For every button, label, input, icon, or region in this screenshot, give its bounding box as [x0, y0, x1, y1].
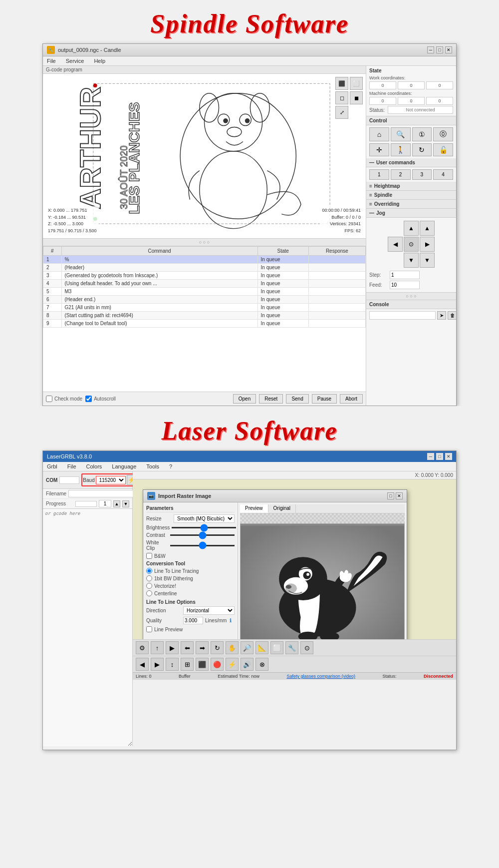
canvas-top-view-btn[interactable]: ⬛ — [335, 77, 348, 90]
quality-input[interactable] — [183, 617, 203, 624]
line-preview-checkbox[interactable] — [146, 626, 152, 632]
jog-z-down-btn[interactable]: ▼ — [420, 253, 435, 268]
progress-input[interactable] — [99, 500, 111, 507]
spindle-menu-help[interactable]: Help — [92, 57, 107, 64]
laser-tb-9[interactable]: 📐 — [255, 641, 268, 654]
ucmd-3-btn[interactable]: 3 — [412, 169, 432, 180]
progress-down-btn[interactable]: ▼ — [122, 500, 129, 507]
safety-link[interactable]: Safety glasses comparison (video) — [286, 674, 355, 679]
jog-z-up-btn[interactable]: ▲ — [420, 221, 435, 236]
table-row[interactable]: 8 (Start cutting path id: rect4694) In q… — [43, 312, 366, 320]
spindle-menu-file[interactable]: File — [45, 57, 58, 64]
table-row[interactable]: 2 (Header) In queue — [43, 264, 366, 272]
spindle-minimize-btn[interactable]: ─ — [427, 46, 434, 53]
resize-select[interactable]: Smooth (MQ Bicubic) — [174, 514, 235, 523]
canvas-front-view-btn[interactable]: ⬜ — [350, 77, 363, 90]
laser-tb-7[interactable]: ✋ — [226, 641, 239, 654]
whiteclip-slider[interactable] — [170, 545, 235, 546]
laser-close-btn[interactable]: ✕ — [445, 453, 452, 460]
com-input[interactable] — [59, 476, 79, 484]
heightmap-header[interactable]: ≡ Heightmap — [366, 182, 456, 191]
ctrl-cross-btn[interactable]: ✛ — [369, 143, 389, 156]
ctrl-zero1-btn[interactable]: ① — [412, 127, 432, 141]
table-row[interactable]: 9 (Change tool to Default tool) In queue — [43, 320, 366, 328]
laser-tb-r2-1[interactable]: ◀ — [136, 658, 149, 671]
radio-centerline[interactable] — [146, 590, 152, 596]
laser-menu-help[interactable]: ? — [167, 463, 174, 470]
laser-tb-r2-2[interactable]: ▶ — [151, 658, 164, 671]
overriding-header[interactable]: ≡ Overriding — [366, 200, 456, 209]
baw-checkbox[interactable] — [146, 553, 152, 559]
console-header[interactable]: Console — [366, 300, 456, 309]
jog-stop-btn[interactable]: ⊙ — [404, 237, 419, 252]
table-row[interactable]: 6 (Header end.) In queue — [43, 296, 366, 304]
spindle-section-header[interactable]: ≡ Spindle — [366, 191, 456, 200]
spindle-close-btn[interactable]: ✕ — [445, 46, 452, 53]
ctrl-zero2-btn[interactable]: ⓪ — [433, 127, 453, 141]
direction-select[interactable]: Horizontal — [183, 606, 235, 615]
spindle-maximize-btn[interactable]: □ — [436, 46, 443, 53]
laser-tb-r2-8[interactable]: 🔊 — [241, 658, 253, 671]
laser-minimize-btn[interactable]: ─ — [427, 453, 434, 460]
gcode-textarea[interactable] — [43, 508, 132, 746]
pause-btn[interactable]: Pause — [312, 394, 337, 404]
jog-left-btn[interactable]: ◀ — [388, 237, 403, 252]
ucmd-2-btn[interactable]: 2 — [391, 169, 411, 180]
laser-tb-12[interactable]: ⊙ — [300, 641, 313, 654]
jog-up-btn[interactable]: ▲ — [404, 221, 419, 236]
laser-tb-6[interactable]: ↻ — [211, 641, 224, 654]
filename-input[interactable] — [68, 490, 136, 497]
laser-tb-8[interactable]: 🔎 — [241, 641, 253, 654]
check-mode-checkbox[interactable] — [46, 396, 52, 402]
laser-maximize-btn[interactable]: □ — [436, 453, 443, 460]
laser-tb-r2-4[interactable]: ⊞ — [181, 658, 194, 671]
canvas-fit-btn[interactable]: ⤢ — [335, 106, 348, 119]
ctrl-home-btn[interactable]: ⌂ — [369, 127, 389, 141]
step-input[interactable] — [390, 271, 420, 279]
open-btn[interactable]: Open — [233, 394, 256, 404]
laser-tb-4[interactable]: ⬅ — [181, 641, 194, 654]
baud-select[interactable]: 115200 — [96, 476, 126, 484]
laser-tb-r2-3[interactable]: ↕ — [166, 658, 179, 671]
table-row[interactable]: 5 M3 In queue — [43, 288, 366, 296]
table-row[interactable]: 7 G21 (All units in mm) In queue — [43, 304, 366, 312]
progress-up-btn[interactable]: ▲ — [113, 500, 120, 507]
laser-tb-3[interactable]: ▶ — [166, 641, 179, 654]
console-send-btn[interactable]: ➤ — [437, 311, 446, 320]
dialog-close-btn[interactable]: ✕ — [396, 492, 403, 499]
user-cmds-header[interactable]: — User commands — [366, 158, 456, 167]
control-header[interactable]: Control — [366, 116, 456, 125]
canvas-3d-view-btn[interactable]: ◼ — [350, 91, 363, 104]
reset-btn[interactable]: Reset — [259, 394, 283, 404]
jog-right-btn[interactable]: ▶ — [420, 237, 435, 252]
table-row[interactable]: 4 (Using default header. To add your own… — [43, 280, 366, 288]
laser-menu-colors[interactable]: Colors — [84, 463, 104, 470]
console-clear-btn[interactable]: 🗑 — [448, 311, 456, 320]
laser-tb-10[interactable]: ⬜ — [270, 641, 283, 654]
dialog-resize-btn[interactable]: □ — [387, 492, 394, 499]
ucmd-1-btn[interactable]: 1 — [369, 169, 389, 180]
spindle-menu-service[interactable]: Service — [64, 57, 86, 64]
preview-tab-preview[interactable]: Preview — [240, 504, 268, 513]
laser-menu-tools[interactable]: Tools — [144, 463, 161, 470]
laser-tb-5[interactable]: ➡ — [196, 641, 209, 654]
laser-menu-file[interactable]: File — [65, 463, 78, 470]
ctrl-zoom-btn[interactable]: 🔍 — [391, 127, 411, 141]
abort-btn[interactable]: Abort — [340, 394, 363, 404]
laser-tb-r2-5[interactable]: ⬛ — [196, 658, 209, 671]
preview-tab-original[interactable]: Original — [268, 504, 296, 513]
laser-tb-1[interactable]: ⚙ — [136, 641, 149, 654]
brightness-slider[interactable] — [172, 527, 236, 528]
ctrl-reload-btn[interactable]: ↻ — [412, 143, 432, 156]
laser-tb-r2-6[interactable]: 🔴 — [211, 658, 224, 671]
radio-vectorize[interactable] — [146, 583, 152, 589]
table-row[interactable]: 3 (Generated by gcodetools from Inkscape… — [43, 272, 366, 280]
laser-tb-r2-7[interactable]: ⚡ — [226, 658, 239, 671]
ucmd-4-btn[interactable]: 4 — [433, 169, 453, 180]
autoscroll-checkbox[interactable] — [85, 396, 92, 402]
gcode-table-area[interactable]: # Command State Response 1 % In queue 2 … — [43, 246, 366, 392]
laser-menu-language[interactable]: Language — [110, 463, 138, 470]
send-btn[interactable]: Send — [286, 394, 308, 404]
canvas-side-view-btn[interactable]: ◻ — [335, 91, 348, 104]
laser-tb-2[interactable]: ↑ — [151, 641, 164, 654]
